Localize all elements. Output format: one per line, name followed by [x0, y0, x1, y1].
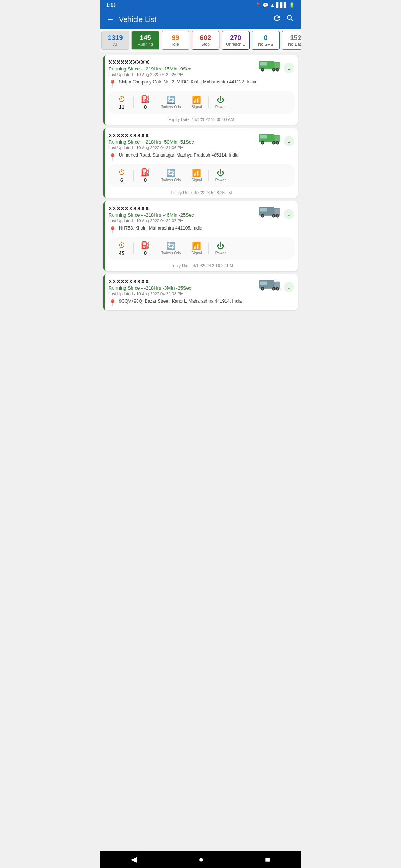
status-time: 1:13 [106, 2, 116, 8]
tab-idle[interactable]: 99 Idle [162, 31, 189, 50]
divider [208, 97, 209, 108]
tab-all[interactable]: 1319 All [101, 31, 129, 50]
vehicle-status: Running Since - -218Hrs -50Min -51Sec [108, 139, 255, 145]
odo-metric: 🔄 Todays Odo [159, 167, 183, 184]
power-label: Power [215, 251, 226, 255]
location-text: Unnamed Road, Sarlanagar, Madhya Pradesh… [119, 152, 238, 158]
odo-icon: 🔄 [166, 168, 176, 177]
divider [157, 170, 157, 181]
speedometer-icon: ⏱ [118, 168, 125, 177]
back-button[interactable]: ← [106, 14, 114, 24]
tab-nogps[interactable]: 0 No GPS [252, 31, 280, 50]
expand-button[interactable]: ⌄ [284, 209, 294, 219]
location-pin-icon: 📍 [108, 226, 117, 234]
signal-metric: 📶 Signal [186, 94, 207, 111]
card-info: XXXXXXXXXX Running Since - -218Hrs -50Mi… [108, 132, 255, 150]
metrics-row: ⏱ 11 ⛽ 0 🔄 Todays Odo 📶 Signal ⏻ Power [108, 91, 295, 114]
card-info: XXXXXXXXXX Running Since - -218Hrs -3Min… [108, 278, 255, 296]
status-bar: 1:13 📍 💬 ▲ ▋▋▋ 🔋 [100, 0, 301, 10]
refresh-button[interactable] [273, 14, 281, 25]
tab-running-label: Running [138, 42, 153, 46]
divider [133, 243, 134, 254]
fuel-value: 0 [144, 177, 147, 183]
tab-stop[interactable]: 602 Stop [192, 31, 219, 50]
message-icon: 💬 [263, 2, 268, 8]
fuel-icon: ⛽ [141, 241, 150, 250]
power-label: Power [215, 178, 226, 182]
svg-point-26 [277, 215, 278, 217]
divider [185, 97, 185, 108]
expiry-text: Expiry Date: 3/19/2023 2:16:22 PM [105, 262, 298, 271]
vehicle-name: XXXXXXXXXX [108, 59, 255, 65]
tab-nogps-label: No GPS [258, 42, 273, 46]
svg-point-6 [273, 69, 275, 71]
tab-all-count: 1319 [108, 34, 123, 42]
power-metric: ⏻ Power [210, 94, 231, 111]
odo-icon: 🔄 [166, 95, 176, 104]
fuel-metric: ⛽ 0 [135, 239, 156, 257]
battery-icon: 🔋 [289, 2, 295, 8]
location-row: 📍 Unnamed Road, Sarlanagar, Madhya Prade… [105, 152, 298, 164]
truck-icon [258, 59, 281, 73]
tab-all-label: All [113, 42, 117, 46]
signal-icon: 📶 [192, 168, 201, 177]
tab-running-count: 145 [140, 34, 151, 42]
fuel-icon: ⛽ [141, 168, 150, 177]
metrics-row: ⏱ 45 ⛽ 0 🔄 Todays Odo 📶 Signal ⏻ Power [108, 237, 295, 260]
expand-button[interactable]: ⌄ [284, 282, 294, 292]
card-header: XXXXXXXXXX Running Since - -218Hrs -50Mi… [105, 128, 298, 152]
odo-metric: 🔄 Todays Odo [159, 94, 183, 111]
fuel-icon: ⛽ [141, 95, 150, 103]
vehicle-name: XXXXXXXXXX [108, 278, 255, 285]
vehicle-status: Running Since - -218Hrs -3Min -25Sec [108, 285, 255, 291]
divider [133, 170, 134, 181]
speed-value: 11 [119, 104, 124, 110]
odo-icon: 🔄 [166, 241, 176, 250]
speed-metric: ⏱ 6 [111, 167, 132, 184]
odo-label: Todays Odo [161, 105, 181, 109]
search-button[interactable] [286, 14, 295, 25]
tab-running[interactable]: 145 Running [131, 31, 159, 50]
tab-unreach[interactable]: 270 Unreach... [222, 31, 250, 50]
tab-nodata-count: 152 [290, 34, 301, 42]
location-text: NH753, Khairi, Maharashtra 441105, India [119, 225, 202, 231]
location-pin-icon: 📍 [108, 153, 117, 161]
vehicle-status: Running Since - -218Hrs -46Min -25Sec [108, 212, 255, 218]
vehicle-card: XXXXXXXXXX Running Since - -218Hrs -3Min… [103, 274, 298, 310]
card-info: XXXXXXXXXX Running Since - -218Hrs -46Mi… [108, 205, 255, 223]
location-row: 📍 9GQV+98Q, Bazar Street, Kandri., Mahar… [105, 298, 298, 310]
vehicle-updated: Last Updated - 10 Aug 2022 04:29:37 PM [108, 218, 255, 223]
speed-metric: ⏱ 11 [111, 93, 132, 111]
svg-point-13 [262, 142, 264, 144]
vehicle-name: XXXXXXXXXX [108, 205, 255, 211]
expand-button[interactable]: ⌄ [284, 136, 294, 146]
filter-tabs: 1319 All 145 Running 99 Idle 602 Stop 27… [100, 29, 301, 52]
card-header: XXXXXXXXXX Running Since - -218Hrs -46Mi… [105, 201, 298, 225]
vehicle-updated: Last Updated - 10 Aug 2022 04:27:36 PM [108, 145, 255, 150]
vehicle-name: XXXXXXXXXX [108, 132, 255, 138]
svg-point-35 [277, 288, 278, 290]
truck-icon [258, 278, 281, 292]
expiry-text: Expiry Date: 4/6/2023 5:28:25 PM [105, 189, 298, 198]
svg-point-22 [262, 215, 264, 217]
expiry-text: Expiry Date: 11/1/2022 12:00:00 AM [105, 116, 298, 125]
svg-point-24 [273, 215, 275, 217]
power-icon: ⏻ [217, 96, 224, 104]
status-icons: 📍 💬 ▲ ▋▋▋ 🔋 [255, 2, 295, 8]
signal-icon: ▋▋▋ [276, 2, 287, 8]
svg-rect-20 [260, 208, 267, 212]
svg-rect-11 [260, 135, 267, 139]
speed-value: 6 [120, 177, 123, 183]
fuel-value: 0 [144, 250, 147, 256]
location-pin-icon: 📍 [108, 80, 117, 88]
tab-nodata[interactable]: 152 No Data [282, 31, 301, 50]
svg-point-33 [273, 288, 275, 290]
tab-idle-label: Idle [172, 42, 179, 46]
vehicle-card: XXXXXXXXXX Running Since - -218Hrs -46Mi… [103, 201, 298, 271]
signal-label: Signal [192, 105, 202, 109]
speedometer-icon: ⏱ [118, 95, 125, 103]
speed-value: 45 [119, 250, 124, 256]
speedometer-icon: ⏱ [118, 241, 125, 250]
expand-button[interactable]: ⌄ [284, 63, 294, 73]
signal-label: Signal [192, 178, 202, 182]
